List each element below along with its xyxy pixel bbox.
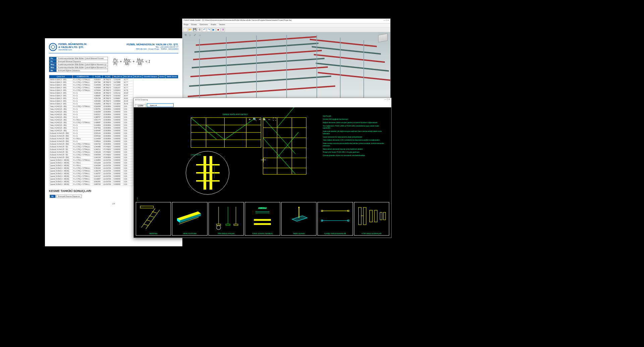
fullscreen-icon[interactable]: ⛶ <box>273 117 276 121</box>
detail-circle: KONSOL KESİTİ <box>186 151 229 195</box>
grid-icon[interactable]: ⊞ <box>221 28 225 32</box>
menu-item[interactable]: Görünüm <box>199 23 208 27</box>
crosshair-cursor-icon <box>261 158 266 162</box>
col-header: Güvenlik Katsayısı <box>142 75 159 79</box>
definitions-block: PuKombinasyonlardan Elde Edilen Çubuk Ek… <box>49 57 178 72</box>
thumbnail[interactable]: ANKRAJ TOPUK LEVHASI (TEKMELİK) <box>245 202 280 236</box>
print-icon[interactable]: ⎙ <box>197 28 201 32</box>
def-key: Pu <box>49 57 57 60</box>
def-key: Pc <box>49 60 57 63</box>
zoom-icon[interactable]: 🔍 <box>253 117 257 121</box>
maximize-icon[interactable]: □ <box>387 98 388 100</box>
cad-title-text: Fzl Drawing <box>137 99 148 101</box>
svg-line-4 <box>147 220 151 221</box>
report-header: FİZİBİL MÜHENDİSLİK & YAZILIM LTD. ŞTİ. … <box>49 43 178 53</box>
note-line: Çapraz elemanlar her katta karşılıklı ol… <box>323 136 387 139</box>
zoom-in-icon[interactable]: + <box>259 117 261 121</box>
note-line: Rüzgar yükü hesabı TS EN 1991-1-4'e göre… <box>323 151 387 154</box>
notes-heading: NOTLAR <box>323 115 387 118</box>
svg-line-5 <box>149 216 154 217</box>
redo-icon[interactable]: ↷ <box>207 28 211 32</box>
def-val: Kombinasyonlardan Elde Edilen Çubuk Eğil… <box>57 63 108 66</box>
thumbnail-caption: TİPİK İSKELE AYAKLARI <box>209 233 243 235</box>
menu-item[interactable]: Düzen <box>191 23 197 27</box>
note-line: Yatay bağlantı elemanları 2,00 m aralıkl… <box>323 139 387 142</box>
cad-view-toolbar[interactable]: ⌖ 🔍 + ✥ ↔ ⛶ <box>249 117 276 121</box>
close-icon[interactable]: × <box>389 98 390 100</box>
svg-rect-34 <box>369 210 372 222</box>
fit-icon[interactable]: ⤢ <box>194 34 197 37</box>
svg-text:ANKRAJ: ANKRAJ <box>258 207 267 209</box>
note-line: İskele ayak tabanları yük dağılımına gör… <box>323 131 387 135</box>
col-header: Tahkik Sonucu <box>165 75 178 79</box>
header-project: PROJE ADI : Örnek Proje - TARİH : 18/12/… <box>127 48 178 50</box>
company-name-2: & YAZILIM LTD. ŞTİ. <box>58 46 87 49</box>
undo-icon[interactable]: ↶ <box>202 28 206 32</box>
notes-block: NOTLAR Çizimler 1/50 ölçeğinde hazırlanm… <box>323 115 387 158</box>
cad-tab[interactable]: ÇİZİM <box>135 104 146 107</box>
col-header: KOMBİNASYON <box>72 75 93 79</box>
definitions-table: PuKombinasyonlardan Elde Edilen Çubuk Ek… <box>49 57 108 72</box>
def-key: Mc <box>49 69 57 72</box>
svg-rect-36 <box>380 212 382 220</box>
run-icon[interactable]: ▶ <box>212 28 216 32</box>
app-3d-menubar[interactable]: Proje Düzen Görünüm Analiz Yardım <box>182 23 390 28</box>
extent-icon[interactable]: ↔ <box>268 117 271 121</box>
viewport-tools[interactable]: ⟲ ⌂ ⤢ ↔ <box>184 34 202 37</box>
col-header: Mc [kN.m] <box>133 75 143 79</box>
maximize-icon[interactable]: □ <box>386 19 387 21</box>
home-icon[interactable]: ⌂ <box>189 34 192 37</box>
menu-item[interactable]: Yardım <box>219 23 225 27</box>
cad-titlebar[interactable]: ⊞ Fzl Drawing — □ × <box>134 98 391 103</box>
svg-rect-16 <box>226 224 230 226</box>
app-3d-window: Fizibil İskele Analiz - [C:\Users\Admini… <box>182 18 391 100</box>
minimize-icon[interactable]: — <box>384 19 386 21</box>
navigation-cube-icon[interactable] <box>378 34 388 43</box>
svg-point-14 <box>217 226 221 230</box>
cad-viewport[interactable]: ⌖ 🔍 + ✥ ↔ ⛶ İSKELE BAĞLANTI DETAYI KONSO… <box>134 107 391 238</box>
orbit-icon[interactable]: ⟲ <box>184 34 188 37</box>
table-row: Dikme (4,60x0,3 - 200)G + 0,75Q + 0,75Wy… <box>49 89 178 92</box>
cad-tabbar[interactable]: ÇİZİM İştem ▾ <box>134 103 391 107</box>
save-icon[interactable]: 💾 <box>193 28 197 32</box>
note-line: İskele montajı sırasında çalışma platfor… <box>323 143 387 147</box>
open-icon[interactable]: 📂 <box>188 28 192 32</box>
note-line: Metal platform elemanları kaymaz yüzey k… <box>323 148 387 151</box>
company-logo-icon <box>49 43 57 51</box>
stop-icon[interactable]: ■ <box>216 28 220 32</box>
app-3d-toolbar[interactable]: □ 📂 💾 ⎙ ↶ ↷ ▶ ■ ⊞ <box>182 28 390 32</box>
app-3d-viewport[interactable]: ⟲ ⌂ ⤢ ↔ <box>182 32 390 99</box>
thumbnail[interactable]: H TİPİ İSKELE ELEMANLARI <box>354 202 389 236</box>
pan-icon[interactable]: ✥ <box>263 117 266 121</box>
svg-rect-35 <box>374 210 377 222</box>
pan-icon[interactable]: ↔ <box>198 34 202 37</box>
elevation-drawing <box>191 117 261 148</box>
menu-item[interactable]: Proje <box>184 23 188 27</box>
menu-item[interactable]: Analiz <box>211 23 216 27</box>
thumbnail[interactable]: MERDİVEN <box>136 202 171 236</box>
def-val: Kombinasyonlardan Elde Edilen Çubuk Eğil… <box>57 66 108 69</box>
thumbnail[interactable]: TABAN LEVHASI <box>281 202 316 236</box>
minimize-icon[interactable]: — <box>385 98 387 100</box>
thumbnail[interactable]: TİPİK İSKELE AYAKLARI <box>209 202 244 236</box>
app-3d-title-text: Fizibil İskele Analiz - [C:\Users\Admini… <box>184 19 292 23</box>
svg-rect-13 <box>217 224 221 226</box>
cad-dropdown[interactable]: İştem ▾ <box>147 103 174 107</box>
thumbnail[interactable]: METAL PLATFORM <box>172 202 207 236</box>
new-icon[interactable]: □ <box>183 28 187 32</box>
target-icon[interactable]: ⌖ <box>249 117 251 121</box>
def-val: Emniyetli Eksenel Dayanımı <box>57 60 108 63</box>
note-line: Çizimler 1/50 ölçeğinde hazırlanmıştır. <box>323 118 387 121</box>
svg-rect-20 <box>254 219 271 220</box>
thumbnail[interactable]: FLANŞLI İSKELE ELEMANLARI <box>317 202 353 236</box>
def-val: Kombinasyonlardan Elde Edilen Çubuk Ekse… <box>57 57 108 60</box>
app-3d-titlebar[interactable]: Fizibil İskele Analiz - [C:\Users\Admini… <box>182 19 390 23</box>
app-3d-window-controls[interactable]: — □ × <box>384 19 389 23</box>
close-icon[interactable]: × <box>388 19 389 21</box>
cad-window-controls[interactable]: — □ × <box>385 98 390 102</box>
def-val: Emniyetli Eğilme Dayanımı <box>57 69 108 72</box>
svg-rect-32 <box>363 207 366 225</box>
note-line: Çizimde gösterilen ölçüler mm cinsindend… <box>323 155 387 157</box>
svg-point-24 <box>298 207 299 208</box>
svg-line-6 <box>152 211 157 213</box>
